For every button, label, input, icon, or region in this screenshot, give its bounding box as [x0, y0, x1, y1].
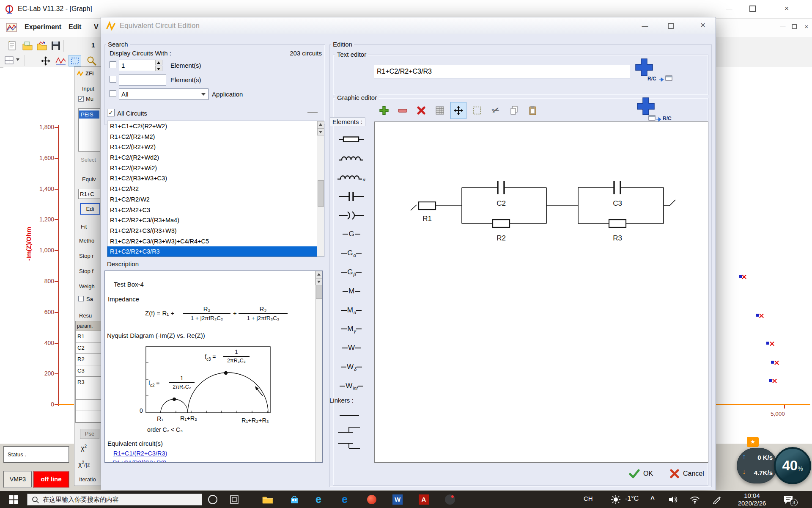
- pan-move-icon[interactable]: [41, 56, 51, 67]
- element-conductance-icon[interactable]: G: [331, 225, 372, 244]
- all-circuits-checkbox[interactable]: ✓: [107, 109, 115, 116]
- network-icon[interactable]: [689, 495, 700, 505]
- clock-time[interactable]: 10:04: [736, 492, 768, 499]
- new-document-icon[interactable]: [8, 41, 17, 52]
- element-warburg-icon[interactable]: W: [331, 339, 372, 358]
- circuit-text-input[interactable]: [374, 65, 630, 78]
- element-warburg-delta-icon[interactable]: Wδ: [331, 358, 372, 377]
- store-icon[interactable]: [289, 494, 299, 506]
- element-count-input-1[interactable]: [119, 60, 155, 71]
- open-graph-icon[interactable]: [36, 41, 47, 52]
- paste-button[interactable]: [525, 102, 541, 119]
- dialog-title-bar[interactable]: Equivalent Circuit Edition — ×: [101, 17, 716, 34]
- circuit-list-item[interactable]: R1+C2/R2/W2: [107, 194, 317, 205]
- circuit-list-item[interactable]: R1+C2/(R3+W3+C3): [107, 173, 317, 184]
- element-conductance-alpha-icon[interactable]: Gα: [331, 244, 372, 263]
- ok-button[interactable]: OK: [629, 469, 653, 479]
- scroll-down-icon[interactable]: [317, 128, 324, 135]
- technique-item-selected[interactable]: PEIS: [79, 110, 99, 119]
- internet-explorer-icon[interactable]: e: [315, 493, 321, 505]
- cancel-button[interactable]: Cancel: [669, 469, 704, 479]
- linker-branch-down[interactable]: [336, 439, 362, 453]
- start-button[interactable]: [9, 495, 18, 505]
- circuit-list-item[interactable]: R1+C2/R2+C3/R3: [107, 246, 317, 257]
- equivalent-circuit-link[interactable]: R1+C1/(R2+C3/R3): [113, 450, 167, 457]
- param-row[interactable]: C3: [76, 365, 101, 377]
- cut-button[interactable]: ✂: [488, 102, 504, 119]
- linker-branch-up[interactable]: [336, 424, 362, 438]
- circuit-list-item[interactable]: R1+C2/(R2+Wi2): [107, 163, 317, 174]
- circuit-list-item[interactable]: R1+C1+C2/(R2+W2): [107, 121, 317, 132]
- circuit-list-item[interactable]: R1+C2/(R2+Wd2): [107, 152, 317, 163]
- element-inductor-alpha-icon[interactable]: α: [331, 168, 372, 187]
- word-icon[interactable]: W: [392, 494, 403, 505]
- circuit-list-item[interactable]: R1+C2/R2+C3/(R3+W3): [107, 226, 317, 236]
- equivalent-circuit-field[interactable]: [78, 189, 100, 199]
- mdi-restore-icon[interactable]: [792, 24, 797, 29]
- element-capacitor-icon[interactable]: [331, 187, 372, 206]
- application-checkbox[interactable]: [110, 90, 116, 97]
- element-count-checkbox-2[interactable]: [110, 76, 116, 83]
- menu-edit[interactable]: Edit: [69, 23, 81, 31]
- cortana-icon[interactable]: [208, 495, 217, 504]
- scrollbar-thumb[interactable]: [318, 180, 324, 207]
- waveform-tool-icon[interactable]: [55, 56, 66, 67]
- element-restricted-diffusion-icon[interactable]: M: [331, 282, 372, 301]
- menu-view[interactable]: V: [94, 23, 99, 31]
- dialog-close-button[interactable]: ×: [693, 19, 713, 31]
- remove-element-button[interactable]: [395, 102, 411, 119]
- browser-360-icon[interactable]: [367, 495, 376, 504]
- mdi-close-icon[interactable]: ×: [801, 21, 812, 33]
- taskbar-search-box[interactable]: 在这里输入你要搜索的内容: [27, 494, 202, 505]
- element-conductance-beta-icon[interactable]: Gβ: [331, 263, 372, 282]
- main-close-button[interactable]: ×: [776, 3, 797, 14]
- edit-button[interactable]: Edi: [80, 203, 100, 215]
- file-explorer-icon[interactable]: [262, 495, 273, 505]
- description-scrollbar[interactable]: [315, 271, 322, 462]
- spinner-up-icon[interactable]: [155, 60, 162, 65]
- element-count-checkbox-1[interactable]: [110, 61, 116, 68]
- pseudo-button[interactable]: Pse: [80, 429, 99, 439]
- spinner-down-icon[interactable]: [155, 66, 162, 71]
- dialog-maximize-button[interactable]: [668, 23, 674, 29]
- save-icon[interactable]: [51, 41, 61, 52]
- add-element-button[interactable]: [376, 102, 392, 119]
- param-row[interactable]: [76, 388, 101, 400]
- pen-icon[interactable]: [712, 495, 721, 505]
- grid-dropdown-arrow-icon[interactable]: [16, 58, 19, 61]
- param-row[interactable]: [76, 400, 101, 411]
- circuit-list-item[interactable]: R1+C2/R2+C3/(R3+W3)+C4/R4+C5: [107, 236, 317, 247]
- delete-button[interactable]: [413, 102, 429, 119]
- circuit-list-item[interactable]: R1+C2/(R2+M2): [107, 132, 317, 142]
- grid-button[interactable]: [432, 102, 448, 119]
- element-restricted-diffusion-alpha-icon[interactable]: Mα: [331, 301, 372, 320]
- param-row[interactable]: R3: [76, 377, 101, 388]
- app-icon-dark[interactable]: [445, 494, 455, 505]
- dialog-minimize-button[interactable]: —: [636, 20, 654, 32]
- circuit-list-item[interactable]: R1+C2/R2+C3/(R3+Ma4): [107, 215, 317, 226]
- sa-checkbox[interactable]: [78, 296, 84, 301]
- circuit-list-item[interactable]: R1+C2/R2+C3: [107, 205, 317, 215]
- element-inductor-icon[interactable]: [331, 149, 372, 168]
- element-warburg-inf-icon[interactable]: Winf: [331, 376, 372, 395]
- scroll-down-icon[interactable]: [315, 278, 323, 285]
- text-to-graphic-button[interactable]: [635, 58, 653, 78]
- scroll-up-icon[interactable]: [317, 121, 324, 128]
- main-maximize-button[interactable]: [749, 6, 756, 12]
- brightness-icon[interactable]: [611, 494, 621, 506]
- application-select[interactable]: All: [119, 88, 208, 100]
- graphic-canvas[interactable]: R1 C2 R2 C3 R3: [374, 121, 708, 463]
- battery-percent-widget[interactable]: 40 %: [774, 447, 811, 484]
- edge-icon[interactable]: e: [342, 493, 348, 505]
- move-tool-button-selected[interactable]: [450, 102, 466, 119]
- element-count-spinner[interactable]: [155, 60, 162, 71]
- layout-grid-icon[interactable]: [4, 56, 14, 66]
- menu-experiment[interactable]: Experiment: [25, 23, 61, 31]
- graphic-to-text-button[interactable]: [636, 97, 655, 117]
- linker-straight[interactable]: [336, 410, 362, 422]
- element-count-input-2[interactable]: [119, 74, 166, 86]
- show-hidden-icons-chevron[interactable]: ^: [650, 495, 655, 503]
- element-resistor-icon[interactable]: [331, 130, 372, 149]
- circuit-list-item[interactable]: R1+C2/(R2+W2): [107, 142, 317, 152]
- param-row[interactable]: R1: [76, 331, 101, 342]
